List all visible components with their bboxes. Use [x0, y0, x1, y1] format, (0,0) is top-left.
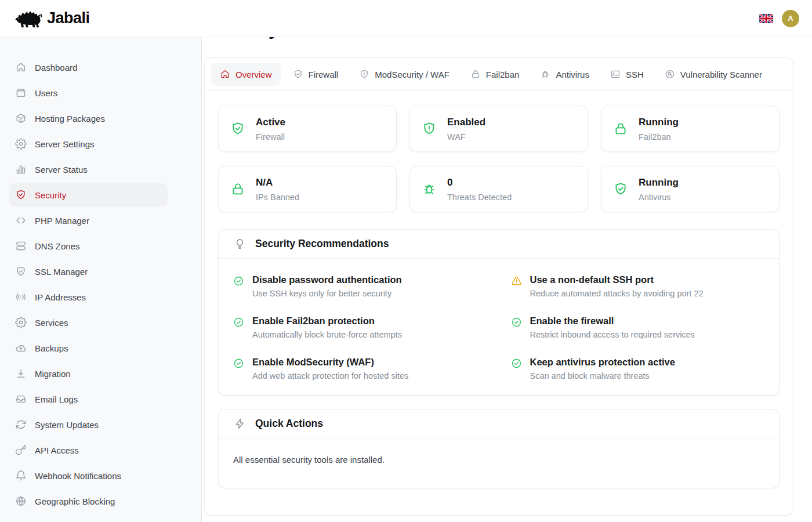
- sidebar-item-services[interactable]: Services: [9, 311, 168, 334]
- sidebar-item-label: SSL Manager: [35, 267, 88, 277]
- tab-modsecurity-waf[interactable]: ModSecurity / WAF: [350, 63, 458, 86]
- sidebar-item-server-status[interactable]: Server Status: [9, 158, 168, 181]
- recommendation-item-enable-the-firewall: Enable the firewallRestrict inbound acce…: [511, 316, 766, 339]
- globe-icon: [15, 495, 27, 507]
- sidebar-item-security[interactable]: Security: [9, 183, 168, 206]
- sidebar-item-system-updates[interactable]: System Updates: [9, 413, 168, 436]
- recommendation-title: Use a non-default SSH port: [530, 274, 704, 285]
- recommendations-header: Security Recommendations: [219, 230, 779, 259]
- tab-label: Fail2ban: [486, 70, 520, 79]
- status-card-firewall: ActiveFirewall: [218, 106, 397, 152]
- sidebar-item-backups[interactable]: Backups: [9, 336, 168, 360]
- tab-label: Firewall: [309, 70, 339, 79]
- shield-check-icon: [15, 189, 27, 201]
- brand-name: Jabali: [47, 9, 90, 27]
- status-value: Enabled: [447, 117, 485, 128]
- sidebar-item-api-access[interactable]: API Access: [9, 438, 168, 462]
- language-flag-button[interactable]: [759, 14, 773, 23]
- app-header: Jabali A: [0, 0, 812, 37]
- recommendation-item-use-a-non-default-ssh-port: Use a non-default SSH portReduce automat…: [511, 274, 766, 298]
- tab-firewall[interactable]: Firewall: [284, 63, 347, 86]
- tab-label: Overview: [235, 70, 272, 79]
- sidebar-item-label: Dashboard: [35, 63, 77, 72]
- recommendation-subtitle: Add web attack protection for hosted sit…: [252, 371, 408, 380]
- boar-logo-icon: [15, 8, 43, 29]
- status-label: Antivirus: [639, 193, 679, 202]
- overview-tab-panel: ActiveFirewallEnabledWAFRunningFail2banN…: [205, 91, 793, 515]
- status-value: Active: [256, 117, 285, 128]
- sidebar: DashboardUsersHosting PackagesServer Set…: [0, 37, 202, 522]
- inbox-icon: [15, 393, 27, 405]
- main-content: Security Center OverviewFirewallModSecur…: [204, 0, 812, 516]
- sidebar-item-label: Migration: [35, 369, 71, 379]
- terminal-icon: [610, 69, 621, 79]
- sidebar-item-label: Webhook Notifications: [35, 471, 121, 481]
- recommendation-subtitle: Use SSH keys only for better security: [252, 289, 402, 298]
- home-icon: [15, 61, 27, 73]
- avatar-letter: A: [788, 14, 793, 23]
- sidebar-item-php-manager[interactable]: PHP Manager: [9, 209, 168, 232]
- uk-flag-icon: [759, 14, 773, 23]
- tab-ssh[interactable]: SSH: [601, 63, 652, 86]
- server-stack-icon: [15, 240, 27, 252]
- lock-icon: [470, 69, 481, 79]
- sidebar-item-dashboard[interactable]: Dashboard: [9, 56, 168, 79]
- recommendation-title: Enable ModSecurity (WAF): [252, 357, 408, 368]
- recommendation-item-enable-fail2ban-protection: Enable Fail2ban protectionAutomatically …: [233, 316, 488, 339]
- sidebar-item-label: Email Logs: [35, 394, 78, 404]
- recommendation-item-keep-antivirus-protection-active: Keep antivirus protection activeScan and…: [511, 357, 766, 380]
- status-card-ips-banned: N/AIPs Banned: [218, 166, 397, 212]
- tab-fail2ban[interactable]: Fail2ban: [462, 63, 528, 86]
- sidebar-item-label: API Access: [35, 445, 79, 455]
- sidebar-item-label: Hosting Packages: [35, 114, 105, 124]
- status-value: 0: [447, 177, 512, 188]
- tab-vulnerability-scanner[interactable]: Vulnerability Scanner: [656, 63, 771, 86]
- bug-icon: [422, 182, 437, 197]
- sidebar-item-label: PHP Manager: [35, 216, 89, 226]
- sidebar-item-webhook-notifications[interactable]: Webhook Notifications: [9, 464, 168, 487]
- tab-label: ModSecurity / WAF: [375, 70, 449, 79]
- check-circle-icon: [511, 317, 522, 328]
- sidebar-item-label: IP Addresses: [35, 292, 86, 302]
- recommendation-subtitle: Reduce automated attacks by avoiding por…: [530, 289, 704, 298]
- archive-icon: [15, 87, 27, 99]
- brand[interactable]: Jabali: [15, 8, 90, 29]
- recommendation-subtitle: Scan and block malware threats: [530, 371, 675, 380]
- key-icon: [15, 444, 27, 456]
- gear-icon: [15, 317, 27, 328]
- tab-overview[interactable]: Overview: [211, 63, 281, 86]
- recommendation-title: Disable password authentication: [252, 274, 402, 285]
- check-circle-icon: [233, 317, 244, 328]
- check-circle-icon: [511, 358, 522, 369]
- shield-check-icon: [230, 121, 245, 136]
- bolt-icon: [234, 418, 246, 430]
- sidebar-item-geographic-blocking[interactable]: Geographic Blocking: [9, 490, 168, 513]
- sidebar-item-ip-addresses[interactable]: IP Addresses: [9, 285, 168, 309]
- sidebar-item-migration[interactable]: Migration: [9, 362, 168, 385]
- sidebar-item-users[interactable]: Users: [9, 81, 168, 104]
- code-icon: [15, 215, 27, 226]
- sidebar-item-hosting-packages[interactable]: Hosting Packages: [9, 107, 168, 130]
- tab-label: SSH: [626, 70, 644, 79]
- refresh-icon: [15, 419, 27, 430]
- recommendations-list: Disable password authenticationUse SSH k…: [219, 259, 779, 395]
- tab-antivirus[interactable]: Antivirus: [531, 63, 598, 86]
- recommendation-title: Keep antivirus protection active: [530, 357, 675, 368]
- scan-search-icon: [665, 69, 675, 79]
- alert-triangle-icon: [511, 276, 522, 287]
- status-card-waf: EnabledWAF: [409, 106, 588, 152]
- status-value: Running: [639, 177, 679, 188]
- sidebar-item-label: Backups: [35, 343, 68, 353]
- quick-actions-message: All essential security tools are install…: [219, 438, 779, 488]
- avatar[interactable]: A: [782, 10, 799, 27]
- sidebar-item-label: Geographic Blocking: [35, 496, 115, 506]
- bar-chart-icon: [15, 164, 27, 175]
- sidebar-item-dns-zones[interactable]: DNS Zones: [9, 234, 168, 258]
- sidebar-item-email-logs[interactable]: Email Logs: [9, 387, 168, 411]
- sidebar-item-server-settings[interactable]: Server Settings: [9, 132, 168, 155]
- sidebar-item-label: Server Settings: [35, 139, 95, 149]
- home-icon: [220, 69, 230, 79]
- recommendations-card: Security Recommendations Disable passwor…: [218, 229, 780, 396]
- sidebar-item-label: DNS Zones: [35, 241, 80, 251]
- sidebar-item-ssl-manager[interactable]: SSL Manager: [9, 260, 168, 283]
